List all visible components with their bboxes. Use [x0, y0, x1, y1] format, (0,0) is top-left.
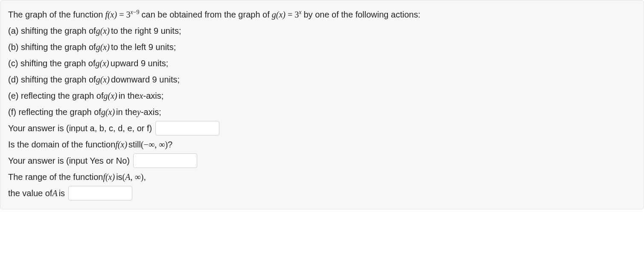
- range-line: The range of the function f(x) is (A, ∞)…: [8, 169, 636, 185]
- problem-container: The graph of the function f(x) = 3x−9 ca…: [0, 0, 644, 209]
- math-gx: g(x) = 3x: [270, 6, 304, 23]
- range-expr: (A, ∞): [122, 169, 144, 185]
- domain-q-expr: (−∞, ∞): [141, 136, 168, 153]
- answer-1-input[interactable]: [155, 121, 219, 135]
- option-c-post: upward 9 units;: [111, 55, 169, 71]
- option-d-fn: g(x): [96, 71, 110, 88]
- domain-q-post: ?: [168, 136, 172, 153]
- option-e-post: -axis;: [143, 88, 164, 104]
- option-c-pre: (c) shifting the graph of: [8, 55, 96, 71]
- math-fx: f(x) = 3x−9: [103, 6, 141, 23]
- option-f-pre: (f) reflecting the graph of: [8, 104, 101, 120]
- domain-q-fn: f(x): [115, 136, 127, 153]
- option-a-fn: g(x): [96, 23, 110, 39]
- range-mid: is: [116, 169, 122, 185]
- option-e-pre: (e) reflecting the graph of: [8, 88, 103, 104]
- answer-3-line: the value of A is: [8, 185, 636, 201]
- answer-2-input[interactable]: [133, 153, 197, 168]
- option-f-post: -axis;: [141, 104, 161, 120]
- range-post: ,: [143, 169, 146, 185]
- answer-1-line: Your answer is (input a, b, c, d, e, or …: [8, 120, 636, 136]
- intro-text-1: The graph of the function: [8, 6, 103, 23]
- option-e-var: x: [140, 88, 143, 104]
- answer-2-label: Your answer is (input Yes or No): [8, 153, 130, 169]
- range-pre: The range of the function: [8, 169, 103, 185]
- option-a: (a) shifting the graph of g(x) to the ri…: [8, 23, 636, 39]
- value-a-pre: the value of: [8, 185, 52, 201]
- option-f-fn: g(x): [101, 104, 115, 120]
- value-a-post: is: [59, 185, 65, 201]
- option-d-post: downward 9 units;: [111, 71, 180, 88]
- option-b-fn: g(x): [96, 39, 110, 55]
- answer-2-line: Your answer is (input Yes or No): [8, 153, 636, 169]
- intro-line: The graph of the function f(x) = 3x−9 ca…: [8, 6, 636, 23]
- answer-1-label: Your answer is (input a, b, c, d, e, or …: [8, 120, 152, 136]
- option-f: (f) reflecting the graph of g(x) in the …: [8, 104, 636, 120]
- option-a-post: to the right 9 units;: [111, 23, 181, 39]
- domain-q-mid: still: [128, 136, 141, 153]
- option-e: (e) reflecting the graph of g(x) in the …: [8, 88, 636, 104]
- option-f-mid: in the: [116, 104, 137, 120]
- option-b-post: to the left 9 units;: [111, 39, 176, 55]
- domain-q-pre: Is the domain of the function: [8, 136, 115, 153]
- option-d: (d) shifting the graph of g(x) downward …: [8, 71, 636, 88]
- domain-question-line: Is the domain of the function f(x) still…: [8, 136, 636, 153]
- option-e-mid: in the: [119, 88, 140, 104]
- range-fn: f(x): [103, 169, 115, 185]
- option-b-pre: (b) shifting the graph of: [8, 39, 96, 55]
- option-c: (c) shifting the graph of g(x) upward 9 …: [8, 55, 636, 71]
- option-b: (b) shifting the graph of g(x) to the le…: [8, 39, 636, 55]
- intro-text-2: can be obtained from the graph of: [142, 6, 270, 23]
- intro-text-3: by one of the following actions:: [303, 6, 420, 23]
- answer-3-input[interactable]: [68, 186, 132, 200]
- value-a-var: A: [52, 185, 57, 201]
- option-d-pre: (d) shifting the graph of: [8, 71, 96, 88]
- option-e-fn: g(x): [103, 88, 117, 104]
- option-c-fn: g(x): [96, 55, 109, 71]
- option-a-pre: (a) shifting the graph of: [8, 23, 96, 39]
- option-f-var: y: [137, 104, 141, 120]
